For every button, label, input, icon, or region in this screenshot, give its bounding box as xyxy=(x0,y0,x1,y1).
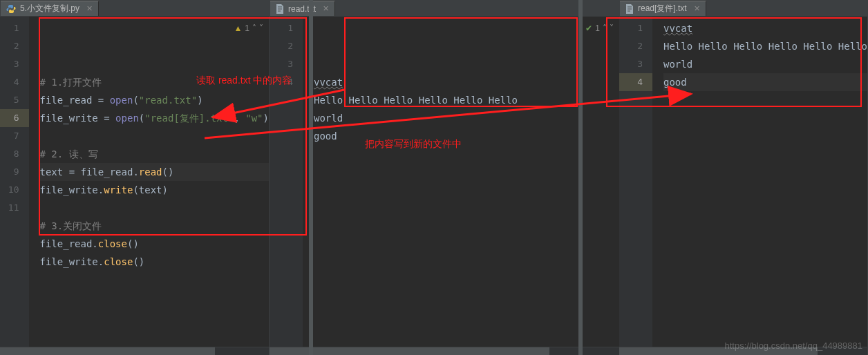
tab-bar: 5.小文件复制.py ✕ xyxy=(0,0,269,17)
code-line[interactable]: vvcat xyxy=(314,73,619,91)
warning-icon: ▲ xyxy=(234,19,242,37)
code-token: Hello Hello Hello Hello Hello Hello xyxy=(663,41,867,52)
code-token: # 2. 读、写 xyxy=(40,148,98,160)
text-file-icon xyxy=(625,4,634,14)
code-line[interactable]: # 2. 读、写 xyxy=(40,145,269,163)
line-number: 4 xyxy=(0,73,29,91)
editor[interactable]: 1234 ✔ 1 ˅ vvcatHello Hello Hello Hello … xyxy=(270,17,619,347)
code-line[interactable] xyxy=(40,127,269,145)
gutter: 1234 xyxy=(619,17,652,347)
code-area[interactable]: vvcatHello Hello Hello Hello Hello Hello… xyxy=(652,17,867,347)
code-token: text = file_read. xyxy=(40,166,139,178)
warning-count: 1 xyxy=(595,19,600,37)
code-token: vvcat xyxy=(314,77,343,88)
horizontal-scrollbar[interactable] xyxy=(0,347,269,355)
code-area[interactable]: ▲ 1 ˅ # 1.打开文件file_read = open("read.txt… xyxy=(29,17,269,347)
code-token: # 3.关闭文件 xyxy=(40,220,102,231)
code-token: good xyxy=(663,77,687,88)
line-number: 4 xyxy=(619,73,652,91)
code-line[interactable]: good xyxy=(663,73,867,91)
code-line[interactable]: vvcat xyxy=(663,19,867,37)
code-token: world xyxy=(663,59,692,70)
tab-text-file[interactable]: read[复件].txt ✕ xyxy=(620,1,706,16)
check-icon: ✔ xyxy=(585,19,592,37)
chevron-up-icon xyxy=(603,19,607,37)
line-number: 1 xyxy=(0,19,29,37)
code-area[interactable]: ✔ 1 ˅ vvcatHello Hello Hello Hello Hello… xyxy=(303,17,619,347)
code-line[interactable]: Hello Hello Hello Hello Hello Hello xyxy=(663,37,867,55)
line-number: 4 xyxy=(270,73,303,91)
code-line[interactable]: file_read.close() xyxy=(40,235,269,253)
chevron-down-icon: ˅ xyxy=(259,19,263,37)
line-number: 3 xyxy=(270,55,303,73)
editor[interactable]: 1234567891011 ▲ 1 ˅ # 1.打开文件file_read = … xyxy=(0,17,269,347)
editor[interactable]: 1234 vvcatHello Hello Hello Hello Hello … xyxy=(619,17,867,347)
line-number: 8 xyxy=(0,145,29,163)
close-icon[interactable]: ✕ xyxy=(86,4,93,13)
inspection-status[interactable]: ▲ 1 ˅ xyxy=(234,19,263,37)
line-number: 11 xyxy=(0,199,29,217)
code-line[interactable]: world xyxy=(663,55,867,73)
line-number: 10 xyxy=(0,181,29,199)
code-token: file_write. xyxy=(40,256,104,267)
tab-python-file[interactable]: 5.小文件复制.py ✕ xyxy=(1,1,99,16)
code-token: read xyxy=(139,166,162,178)
line-number: 5 xyxy=(0,91,29,109)
code-token: close xyxy=(98,238,127,249)
line-number: 6 xyxy=(0,109,29,127)
scrollbar-thumb[interactable] xyxy=(0,347,215,355)
code-token: ( xyxy=(133,95,138,106)
line-number: 1 xyxy=(619,19,652,37)
code-line[interactable]: good xyxy=(314,127,619,145)
code-token: , xyxy=(234,113,245,124)
code-token: () xyxy=(127,238,139,249)
warning-count: 1 xyxy=(245,19,249,37)
code-line[interactable] xyxy=(40,199,269,217)
code-token: (text) xyxy=(133,184,168,195)
tab-text-file[interactable]: read.txt ✕ xyxy=(270,1,335,16)
line-number: 7 xyxy=(0,127,29,145)
horizontal-scrollbar[interactable] xyxy=(270,347,619,355)
code-token: file_read. xyxy=(40,238,98,249)
close-icon[interactable]: ✕ xyxy=(323,4,329,13)
code-line[interactable]: file_read = open("read.txt") xyxy=(40,91,269,109)
python-icon xyxy=(6,4,16,14)
code-line[interactable]: text = file_read.read() xyxy=(40,163,269,181)
text-file-icon xyxy=(276,4,284,14)
code-line[interactable]: Hello Hello Hello Hello Hello Hello xyxy=(314,91,619,109)
code-token: file_write = xyxy=(40,113,116,124)
code-line[interactable]: # 1.打开文件 xyxy=(40,73,269,91)
gutter: 1234 xyxy=(270,17,303,347)
code-line[interactable]: world xyxy=(314,109,619,127)
code-token: "read[复件].txt" xyxy=(144,113,234,124)
code-line[interactable]: file_write.write(text) xyxy=(40,181,269,199)
inspection-status[interactable]: ✔ 1 ˅ xyxy=(585,19,614,37)
splitter[interactable] xyxy=(309,0,313,355)
line-number: 3 xyxy=(0,55,29,73)
close-icon[interactable]: ✕ xyxy=(694,4,700,13)
code-token: good xyxy=(314,131,337,142)
code-token: file_read = xyxy=(40,95,110,106)
tab-label: 5.小文件复制.py xyxy=(20,3,79,15)
splitter[interactable] xyxy=(578,0,583,355)
line-number: 2 xyxy=(0,37,29,55)
code-token: () xyxy=(162,166,174,178)
code-token: () xyxy=(133,256,144,267)
code-token: write xyxy=(104,184,133,195)
gutter: 1234567891011 xyxy=(0,17,29,347)
line-number: 1 xyxy=(270,19,303,37)
tab-bar: read.txt ✕ xyxy=(270,0,619,17)
code-line[interactable]: file_write.close() xyxy=(40,253,269,271)
editor-panel-read: read.txt ✕ 1234 ✔ 1 ˅ vvcatHello Hello H… xyxy=(270,0,619,355)
tab-bar: read[复件].txt ✕ xyxy=(619,0,867,17)
code-token: vvcat xyxy=(663,23,692,34)
line-number: 9 xyxy=(0,163,29,181)
tab-label: read[复件].txt xyxy=(638,3,687,15)
code-token: ( xyxy=(139,113,144,124)
code-token: file_write. xyxy=(40,184,104,195)
code-token: world xyxy=(314,113,343,124)
code-token: open xyxy=(115,113,139,124)
line-number: 2 xyxy=(619,37,652,55)
code-line[interactable]: # 3.关闭文件 xyxy=(40,217,269,235)
code-line[interactable]: file_write = open("read[复件].txt", "w") xyxy=(40,109,269,127)
